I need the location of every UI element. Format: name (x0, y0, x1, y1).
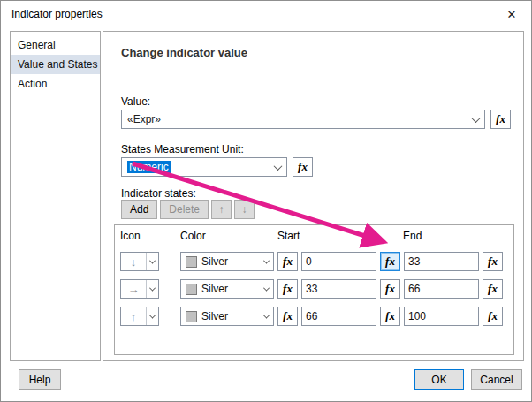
close-icon[interactable]: ✕ (503, 8, 521, 21)
color-combobox[interactable]: Silver (180, 307, 274, 326)
col-header-end: End (403, 230, 422, 242)
end-input[interactable] (404, 252, 479, 271)
icon-dropdown-button[interactable] (146, 253, 158, 270)
delete-button[interactable]: Delete (160, 200, 209, 219)
color-combobox[interactable]: Silver (180, 279, 274, 299)
ok-button[interactable]: OK (414, 369, 464, 390)
start-expression-button[interactable]: fx (380, 279, 400, 299)
value-combobox[interactable]: «Expr» (121, 110, 485, 129)
start-expression-button[interactable]: fx (380, 307, 400, 326)
end-input[interactable] (404, 279, 479, 299)
icon-combobox[interactable]: ↓ (120, 252, 159, 271)
indicator-properties-dialog: Indicator properties ✕ General Value and… (0, 0, 532, 402)
end-expression-button[interactable]: fx (483, 279, 503, 299)
color-expression-button[interactable]: fx (277, 279, 298, 299)
indicator-state-row: ↓ Silver fx fx fx (120, 252, 513, 271)
unit-combobox-text: Numeric (127, 161, 171, 173)
color-expression-button[interactable]: fx (277, 307, 298, 326)
sidebar: General Value and States Action (10, 31, 101, 361)
color-combobox-text: Silver (201, 283, 260, 295)
icon-dropdown-button[interactable] (146, 307, 158, 325)
unit-label: States Measurement Unit: (121, 143, 244, 155)
sidebar-item-action[interactable]: Action (11, 74, 100, 94)
col-header-color: Color (180, 230, 206, 242)
dialog-title: Indicator properties (11, 8, 103, 20)
chevron-down-icon (263, 284, 270, 291)
chevron-down-icon (263, 257, 270, 263)
chevron-down-icon (149, 257, 156, 263)
chevron-down-icon (263, 312, 270, 318)
chevron-down-icon[interactable] (274, 162, 283, 171)
title-bar: Indicator properties ✕ (1, 1, 531, 27)
move-down-button[interactable]: ↓ (234, 200, 255, 219)
up-arrow-icon: ↑ (121, 310, 146, 323)
table-header-row: Icon Color Start End (115, 230, 513, 244)
col-header-icon: Icon (120, 230, 141, 242)
end-input[interactable] (404, 307, 479, 326)
end-expression-button[interactable]: fx (483, 252, 503, 271)
panel-heading: Change indicator value (121, 46, 247, 59)
color-swatch (186, 284, 197, 295)
unit-expression-button[interactable]: fx (293, 157, 313, 177)
icon-dropdown-button[interactable] (146, 280, 158, 298)
icon-combobox[interactable]: → (120, 279, 159, 299)
chevron-down-icon[interactable] (472, 114, 481, 123)
chevron-down-icon (149, 312, 156, 318)
value-combobox-text: «Expr» (127, 113, 161, 125)
value-label: Value: (121, 95, 150, 108)
icon-combobox[interactable]: ↑ (120, 307, 159, 326)
sidebar-item-value-and-states[interactable]: Value and States (11, 55, 100, 74)
start-expression-button[interactable]: fx (380, 252, 400, 271)
indicator-state-row: → Silver fx fx fx (120, 279, 513, 299)
color-combobox-text: Silver (201, 310, 260, 322)
start-input[interactable] (301, 307, 376, 326)
start-input[interactable] (301, 279, 376, 299)
color-swatch (186, 256, 197, 268)
sidebar-item-general[interactable]: General (11, 35, 100, 55)
content-panel: Change indicator value Value: «Expr» fx … (103, 31, 524, 361)
indicator-states-label: Indicator states: (121, 187, 196, 200)
states-toolbar: Add Delete ↑ ↓ (121, 200, 255, 219)
color-swatch (186, 311, 197, 322)
end-expression-button[interactable]: fx (483, 307, 503, 326)
down-arrow-icon: ↓ (121, 255, 146, 269)
start-input[interactable] (301, 252, 376, 271)
color-combobox[interactable]: Silver (180, 252, 274, 271)
col-header-start: Start (277, 230, 300, 242)
right-arrow-icon: → (121, 283, 146, 296)
value-expression-button[interactable]: fx (490, 110, 511, 129)
chevron-down-icon (149, 284, 156, 291)
indicator-states-table: Icon Color Start End ↓ Silver fx fx (114, 224, 514, 355)
unit-combobox[interactable]: Numeric (121, 157, 287, 177)
add-button[interactable]: Add (121, 200, 157, 219)
indicator-state-row: ↑ Silver fx fx fx (120, 307, 513, 326)
color-combobox-text: Silver (201, 255, 260, 268)
color-expression-button[interactable]: fx (277, 252, 298, 271)
cancel-button[interactable]: Cancel (471, 369, 522, 390)
move-up-button[interactable]: ↑ (211, 200, 232, 219)
help-button[interactable]: Help (19, 369, 61, 390)
